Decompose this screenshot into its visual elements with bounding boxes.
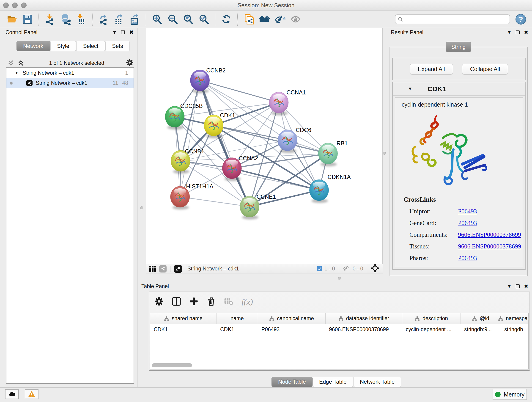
table-cell[interactable]: cyclin-dependent ...: [402, 324, 461, 335]
save-session-icon[interactable]: [21, 13, 34, 26]
table-cell[interactable]: CDK1: [216, 324, 258, 335]
crosslink-link[interactable]: P06493: [458, 208, 477, 215]
tab-select[interactable]: Select: [76, 41, 105, 51]
toolbar-separator: [146, 13, 146, 26]
birds-eye-view-icon[interactable]: [371, 264, 380, 274]
table-cell[interactable]: stringdb:9...: [461, 324, 500, 335]
scrollbar-thumb[interactable]: [152, 363, 192, 367]
table-row[interactable]: CDK1CDK1P064939606.ENSP00000378699cyclin…: [150, 324, 529, 335]
panel-close-icon[interactable]: ✖: [524, 30, 528, 35]
tab-style[interactable]: Style: [51, 41, 76, 51]
home-networks-icon[interactable]: [258, 13, 271, 26]
network-node-CDKN1A[interactable]: [310, 180, 329, 203]
export-image-icon[interactable]: [128, 13, 141, 26]
network-node-CDC6[interactable]: [278, 130, 297, 153]
network-row-selected[interactable]: String Network – cdk1 11 48: [6, 78, 133, 88]
table-cell[interactable]: CDK1: [150, 324, 216, 335]
tab-sets[interactable]: Sets: [105, 41, 130, 51]
protein-section-header[interactable]: ▼ CDK1: [393, 82, 525, 96]
collapse-all-button[interactable]: Collapse All: [462, 64, 508, 75]
network-options-gear-icon[interactable]: [126, 59, 133, 67]
node-label-CCNE1: CCNE1: [257, 193, 276, 200]
network-canvas[interactable]: CCNB2CCNA1CDC25BCDK1CDC6RB1CCNB1CCNA2CDK…: [146, 28, 383, 264]
search-input[interactable]: [405, 16, 507, 22]
column-header-namespace[interactable]: namespace: [500, 313, 529, 324]
column-header-description[interactable]: description: [402, 313, 461, 324]
crosslink-link[interactable]: 9606.ENSP00000378699: [458, 243, 521, 250]
network-node-RB1[interactable]: [318, 143, 338, 166]
tab-network[interactable]: Network: [17, 41, 50, 51]
open-folder-icon[interactable]: [6, 13, 18, 26]
collection-expand-icon[interactable]: ▼: [15, 70, 19, 75]
show-columns-icon[interactable]: [172, 297, 181, 307]
network-collection-row[interactable]: ▼ String Network – cdk1 1: [6, 68, 133, 78]
tab-node-table[interactable]: Node Table: [272, 377, 312, 387]
network-node-CCNE1[interactable]: [240, 196, 259, 220]
table-options-gear-icon[interactable]: [154, 297, 164, 307]
collapse-all-icon[interactable]: [7, 60, 14, 66]
column-header-database-identifier[interactable]: database identifier: [325, 313, 402, 324]
column-header-shared-name[interactable]: shared name: [150, 313, 216, 324]
panel-menu-icon[interactable]: ▼: [507, 30, 512, 35]
cloud-status-button[interactable]: [5, 389, 19, 399]
control-panel-tabs: Network Style Select Sets: [17, 41, 130, 51]
crosslink-link[interactable]: 9606.ENSP00000378699: [458, 231, 521, 238]
delete-column-trash-icon[interactable]: [207, 297, 216, 307]
collapse-section-icon[interactable]: ▼: [408, 86, 412, 91]
expand-all-button[interactable]: Expand All: [410, 64, 453, 75]
crosslink-link[interactable]: P06493: [458, 220, 477, 226]
memory-button[interactable]: Memory: [493, 389, 527, 400]
network-edge-CCNB2-HIST1H1A[interactable]: [180, 80, 200, 197]
panel-close-icon[interactable]: ✖: [129, 30, 133, 35]
right-splitter-handle[interactable]: [383, 152, 386, 155]
zoom-fit-icon[interactable]: [182, 13, 195, 26]
panel-menu-icon[interactable]: ▼: [507, 284, 512, 289]
panel-close-icon[interactable]: ✖: [524, 283, 528, 289]
tab-string[interactable]: String: [446, 42, 471, 52]
table-cell[interactable]: 9606.ENSP00000378699: [325, 324, 402, 335]
network-icon: [26, 80, 32, 86]
show-eye-icon[interactable]: [289, 13, 302, 26]
create-column-icon[interactable]: [189, 297, 198, 307]
import-network-icon[interactable]: [44, 13, 56, 26]
panel-float-icon[interactable]: [516, 284, 520, 288]
panel-float-icon[interactable]: [516, 31, 520, 34]
copy-share-document-icon[interactable]: [242, 13, 255, 26]
export-network-icon[interactable]: [97, 13, 110, 26]
refresh-icon[interactable]: [220, 13, 233, 26]
tab-edge-table[interactable]: Edge Table: [312, 377, 353, 387]
table-cell[interactable]: stringdb: [500, 324, 529, 335]
warnings-button[interactable]: [25, 389, 38, 399]
crosslink-row: Compartments:9606.ENSP00000378699: [404, 229, 518, 241]
crosslink-link[interactable]: P06493: [458, 255, 477, 262]
help-button[interactable]: ?: [515, 14, 526, 25]
panel-float-icon[interactable]: [121, 31, 125, 34]
network-node-HIST1H1A[interactable]: [171, 186, 190, 210]
zoom-out-icon[interactable]: [166, 13, 179, 26]
network-edge-CCNA2-CDKN1A[interactable]: [232, 168, 319, 190]
table-cell[interactable]: P06493: [258, 324, 325, 335]
selected-checkbox-icon[interactable]: [317, 266, 322, 271]
zoom-in-icon[interactable]: [151, 13, 164, 26]
network-edge-CCNE1-CCNA1[interactable]: [249, 102, 279, 206]
export-table-icon[interactable]: [113, 13, 126, 26]
column-header-name[interactable]: name: [216, 313, 258, 324]
zoom-selected-icon[interactable]: [197, 13, 210, 26]
detach-view-icon[interactable]: [174, 265, 182, 273]
expand-all-icon[interactable]: [17, 60, 24, 66]
left-splitter-handle[interactable]: [140, 206, 143, 209]
network-edge-CCNE1-HIST1H1A[interactable]: [180, 197, 249, 207]
panel-menu-icon[interactable]: ▼: [112, 30, 117, 35]
grid-view-icon[interactable]: [149, 265, 156, 272]
network-graph[interactable]: CCNB2CCNA1CDC25BCDK1CDC6RB1CCNB1CCNA2CDK…: [146, 28, 382, 264]
column-header-canonical-name[interactable]: canonical name: [258, 313, 325, 324]
import-table-icon[interactable]: [75, 13, 88, 26]
horizontal-scrollbar[interactable]: [152, 363, 526, 368]
network-node-CDC25B[interactable]: [165, 106, 184, 129]
tab-network-table[interactable]: Network Table: [353, 377, 401, 387]
horizontal-splitter-handle[interactable]: [338, 277, 341, 280]
import-network-database-icon[interactable]: [59, 13, 72, 26]
column-header--id[interactable]: @id: [461, 313, 500, 324]
network-style-icon[interactable]: [159, 265, 167, 273]
hide-selection-eye-icon[interactable]: [273, 13, 286, 26]
